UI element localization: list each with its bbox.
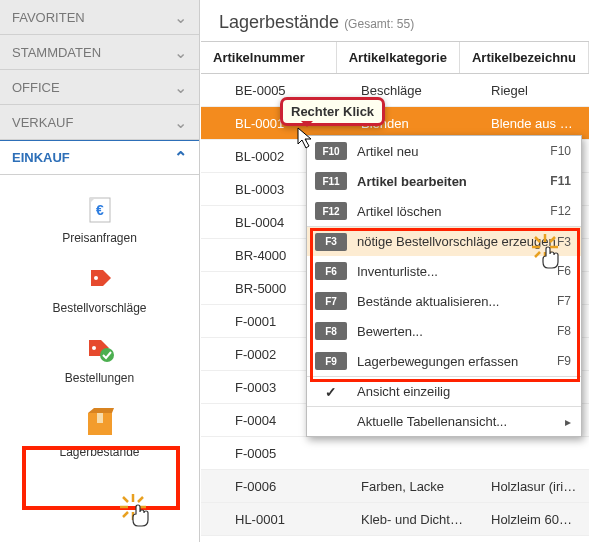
count-label: (Gesamt: 55) — [344, 17, 414, 31]
cell-artikelnummer: F-0005 — [201, 446, 349, 461]
svg-rect-6 — [97, 413, 103, 423]
table-row[interactable]: HL-0001Kleb- und Dichto...Holzleim 60g E… — [201, 503, 589, 536]
context-menu: F10Artikel neuF10F11Artikel bearbeitenF1… — [306, 135, 582, 437]
shortcut-badge: F11 — [315, 172, 347, 190]
cell-artikelnummer: BE-0005 — [201, 83, 349, 98]
sidebar-item-lagerbestaende[interactable]: Lagerbestände — [0, 405, 199, 459]
sidebar-group-einkauf[interactable]: EINKAUF ⌃ — [0, 140, 199, 175]
chevron-down-icon: ⌄ — [174, 43, 187, 62]
table-row[interactable]: F-0005 — [201, 437, 589, 470]
chevron-down-icon: ⌄ — [174, 113, 187, 132]
menu-item-shortcut: F7 — [557, 294, 571, 308]
menu-item-label: Lagerbewegungen erfassen — [357, 354, 557, 369]
cell-artikelkategorie: Beschläge — [349, 83, 479, 98]
sidebar-group-verkauf[interactable]: VERKAUF ⌄ — [0, 105, 199, 140]
tooltip-rechter-klick: Rechter Klick — [280, 97, 385, 126]
tag-icon — [83, 265, 117, 295]
menu-item-shortcut: F3 — [557, 235, 571, 249]
menu-item-label: Artikel löschen — [357, 204, 550, 219]
menu-item[interactable]: F3nötige Bestellvorschläge erzeugenF3 — [307, 226, 581, 256]
package-icon — [80, 405, 120, 439]
title-text: Lagerbestände — [219, 12, 339, 32]
menu-item[interactable]: F11Artikel bearbeitenF11 — [307, 166, 581, 196]
shortcut-badge: F12 — [315, 202, 347, 220]
sidebar-group-label: EINKAUF — [12, 150, 70, 165]
menu-item[interactable]: F6Inventurliste...F6 — [307, 256, 581, 286]
shortcut-badge: F3 — [315, 233, 347, 251]
sidebar-item-label: Bestellvorschläge — [0, 301, 199, 315]
sidebar-group-label: OFFICE — [12, 80, 60, 95]
sidebar-item-label: Preisanfragen — [0, 231, 199, 245]
menu-item-shortcut: F6 — [557, 264, 571, 278]
cell-artikelbezeichnung: Holzleim 60g Exp — [479, 512, 589, 527]
menu-item-shortcut: ▸ — [565, 415, 571, 429]
menu-item[interactable]: ✓Ansicht einzeilig — [307, 376, 581, 406]
menu-item[interactable]: F8Bewerten...F8 — [307, 316, 581, 346]
sidebar: FAVORITEN ⌄ STAMMDATEN ⌄ OFFICE ⌄ VERKAU… — [0, 0, 200, 542]
chevron-down-icon: ⌄ — [174, 8, 187, 27]
menu-item[interactable]: F9Lagerbewegungen erfassenF9 — [307, 346, 581, 376]
cell-artikelbezeichnung: Blende aus Buche — [479, 116, 589, 131]
menu-item-label: Bewerten... — [357, 324, 557, 339]
menu-item-shortcut: F9 — [557, 354, 571, 368]
cell-artikelbezeichnung: Holzlasur (irischg — [479, 479, 589, 494]
col-artikelkategorie[interactable]: Artikelkategorie — [337, 42, 460, 73]
shortcut-badge: ✓ — [315, 383, 347, 401]
cell-artikelnummer: F-0006 — [201, 479, 349, 494]
sidebar-item-preisanfragen[interactable]: € Preisanfragen — [0, 195, 199, 245]
tag-check-icon — [83, 335, 117, 365]
shortcut-badge: F9 — [315, 352, 347, 370]
svg-point-3 — [92, 346, 96, 350]
col-artikelnummer[interactable]: Artikelnummer — [201, 42, 337, 73]
cell-artikelbezeichnung: Riegel — [479, 83, 589, 98]
sidebar-subitems: € Preisanfragen Bestellvorschläge Bestel… — [0, 175, 199, 459]
menu-item-shortcut: F8 — [557, 324, 571, 338]
sidebar-item-bestellungen[interactable]: Bestellungen — [0, 335, 199, 385]
sidebar-group-office[interactable]: OFFICE ⌄ — [0, 70, 199, 105]
sidebar-item-bestellvorschlaege[interactable]: Bestellvorschläge — [0, 265, 199, 315]
sidebar-group-favoriten[interactable]: FAVORITEN ⌄ — [0, 0, 199, 35]
table-header: Artikelnummer Artikelkategorie Artikelbe… — [201, 41, 589, 74]
page-title: Lagerbestände (Gesamt: 55) — [201, 0, 589, 41]
table-row[interactable]: F-0006Farben, LackeHolzlasur (irischg — [201, 470, 589, 503]
table-row[interactable]: BE-0005BeschlägeRiegel — [201, 74, 589, 107]
menu-item-label: Artikel neu — [357, 144, 550, 159]
chevron-up-icon: ⌃ — [174, 148, 187, 167]
menu-item[interactable]: F7Bestände aktualisieren...F7 — [307, 286, 581, 316]
sidebar-group-stammdaten[interactable]: STAMMDATEN ⌄ — [0, 35, 199, 70]
euro-doc-icon: € — [83, 195, 117, 225]
sidebar-group-label: STAMMDATEN — [12, 45, 101, 60]
menu-item-label: Artikel bearbeiten — [357, 174, 550, 189]
svg-point-4 — [100, 348, 114, 362]
shortcut-badge: F10 — [315, 142, 347, 160]
sidebar-group-label: FAVORITEN — [12, 10, 85, 25]
sidebar-item-label: Lagerbestände — [0, 445, 199, 459]
col-artikelbezeichnung[interactable]: Artikelbezeichnu — [460, 42, 589, 73]
svg-point-2 — [94, 276, 98, 280]
menu-item-label: Bestände aktualisieren... — [357, 294, 557, 309]
sidebar-item-label: Bestellungen — [0, 371, 199, 385]
menu-item-label: Ansicht einzeilig — [357, 384, 571, 399]
shortcut-badge — [315, 413, 347, 431]
chevron-down-icon: ⌄ — [174, 78, 187, 97]
menu-item-label: Inventurliste... — [357, 264, 557, 279]
shortcut-badge: F8 — [315, 322, 347, 340]
menu-item-shortcut: F12 — [550, 204, 571, 218]
shortcut-badge: F7 — [315, 292, 347, 310]
menu-item[interactable]: F10Artikel neuF10 — [307, 136, 581, 166]
cell-artikelkategorie: Farben, Lacke — [349, 479, 479, 494]
svg-text:€: € — [96, 202, 104, 218]
menu-item-label: Aktuelle Tabellenansicht... — [357, 414, 565, 429]
menu-item-label: nötige Bestellvorschläge erzeugen — [357, 234, 557, 249]
menu-item[interactable]: F12Artikel löschenF12 — [307, 196, 581, 226]
sidebar-group-label: VERKAUF — [12, 115, 73, 130]
shortcut-badge: F6 — [315, 262, 347, 280]
menu-item-shortcut: F11 — [550, 174, 571, 188]
cell-artikelkategorie: Kleb- und Dichto... — [349, 512, 479, 527]
menu-item[interactable]: Aktuelle Tabellenansicht...▸ — [307, 406, 581, 436]
menu-item-shortcut: F10 — [550, 144, 571, 158]
cell-artikelnummer: HL-0001 — [201, 512, 349, 527]
